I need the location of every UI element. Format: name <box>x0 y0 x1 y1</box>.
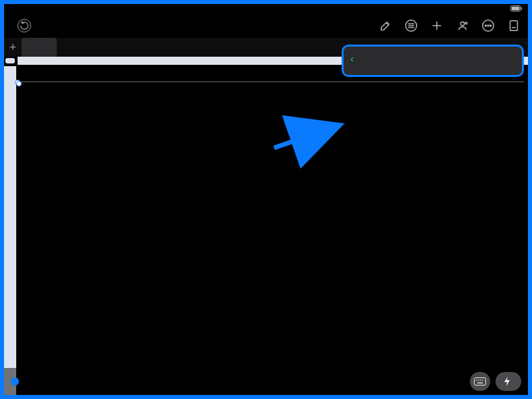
svg-rect-3 <box>521 7 522 9</box>
annotation-arrow <box>4 57 528 394</box>
svg-rect-16 <box>510 21 518 31</box>
svg-point-23 <box>482 379 483 381</box>
collaborate-icon[interactable] <box>455 18 470 33</box>
svg-rect-2 <box>512 6 520 9</box>
text-badge[interactable] <box>11 377 19 385</box>
sheet-tab[interactable] <box>22 38 57 57</box>
doc-icon[interactable] <box>506 18 521 33</box>
export-popover: ‹ <box>342 45 524 77</box>
chevron-left-icon: ‹ <box>350 53 354 64</box>
bottom-toolbar <box>4 368 528 395</box>
svg-rect-24 <box>477 383 483 383</box>
popover-back-button[interactable]: ‹ <box>350 53 355 64</box>
battery-icon <box>510 5 523 13</box>
svg-rect-19 <box>475 378 486 385</box>
svg-point-11 <box>465 22 467 24</box>
svg-point-10 <box>460 22 464 26</box>
app-toolbar <box>4 14 528 38</box>
svg-point-20 <box>476 379 477 381</box>
lightning-icon <box>504 377 510 386</box>
add-sheet-button[interactable]: + <box>4 41 22 53</box>
more-icon[interactable] <box>481 18 496 33</box>
cell-button[interactable] <box>496 372 521 391</box>
svg-point-15 <box>490 25 491 26</box>
paint-icon[interactable] <box>378 18 393 33</box>
keyboard-icon <box>474 377 486 385</box>
svg-point-21 <box>478 379 479 381</box>
menu-circle-icon[interactable] <box>404 18 419 33</box>
svg-line-18 <box>274 125 340 148</box>
keyboard-button[interactable] <box>470 372 490 391</box>
status-icons-right <box>504 5 523 13</box>
add-icon[interactable] <box>429 18 444 33</box>
svg-point-22 <box>480 379 481 381</box>
svg-point-13 <box>485 25 486 26</box>
undo-icon[interactable] <box>18 19 31 32</box>
svg-point-14 <box>487 25 489 26</box>
